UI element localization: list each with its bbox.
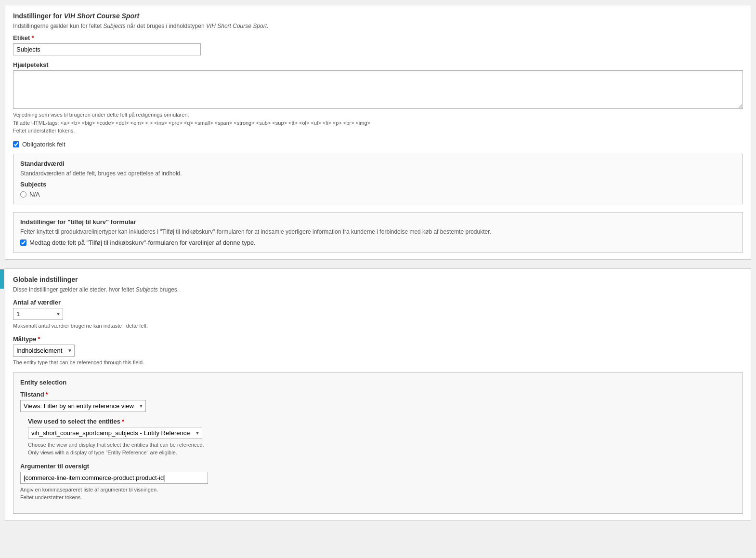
subtitle-field: Subjects bbox=[103, 23, 125, 29]
subtitle-end: . bbox=[267, 23, 268, 29]
global-settings-subtitle: Disse indstillinger gælder alle steder, … bbox=[13, 286, 743, 293]
maaltype-help: The entity type that can be referenced t… bbox=[13, 359, 743, 367]
global-settings-title: Globale indstillinger bbox=[13, 276, 743, 283]
maaltype-select[interactable]: Indholdselement bbox=[13, 345, 74, 356]
hjaelpetekst-label-text: Hjælpetekst bbox=[13, 61, 49, 68]
argumenter-group: Argumenter til oversigt Angiv en kommase… bbox=[20, 463, 736, 502]
maaltype-label: Måltype * bbox=[13, 335, 743, 343]
top-settings-title: Indstillinger for VIH Short Course Sport bbox=[13, 12, 743, 20]
tilfoj-description: Felter knyttet til produktvarelinjertype… bbox=[20, 228, 736, 235]
tilstand-select-wrapper: Views: Filter by an entity reference vie… bbox=[20, 400, 146, 412]
argumenter-label-text: Argumenter til oversigt bbox=[20, 463, 89, 470]
view-select-help: Choose the view and display that select … bbox=[28, 441, 736, 457]
na-label: N/A bbox=[29, 191, 40, 198]
entity-selection-card: Entity selection Tilstand * Views: Filte… bbox=[13, 372, 743, 514]
tilstand-select[interactable]: Views: Filter by an entity reference vie… bbox=[21, 400, 145, 412]
maaltype-label-text: Måltype bbox=[13, 335, 36, 343]
global-desc-field: Subjects bbox=[136, 286, 158, 293]
tilfoj-checkbox-label: Medtag dette felt på "Tilføj til indkøbs… bbox=[29, 239, 256, 246]
subtitle-type: VIH Short Course Sport bbox=[206, 23, 267, 29]
argumenter-help-line1: Angiv en kommasepareret liste af argumen… bbox=[20, 486, 736, 494]
title-italic: VIH Short Course Sport bbox=[64, 12, 139, 20]
tilstand-label-text: Tilstand bbox=[20, 391, 44, 398]
standardvaerdi-title: Standardværdi bbox=[20, 160, 736, 167]
etiket-label-text: Etiket bbox=[13, 34, 30, 41]
hjaelpetekst-group: Hjælpetekst Vejledning som vises til bru… bbox=[13, 61, 743, 135]
title-prefix: Indstillinger for bbox=[13, 12, 64, 20]
standardvaerdi-subjects-label: Subjects bbox=[20, 181, 736, 188]
na-radio-row: N/A bbox=[20, 191, 736, 198]
tilstand-required-star: * bbox=[46, 391, 48, 398]
etiket-input[interactable] bbox=[13, 43, 201, 55]
etiket-required-star: * bbox=[31, 34, 34, 41]
hjaelpetekst-label: Hjælpetekst bbox=[13, 61, 743, 68]
blue-side-bar bbox=[0, 269, 4, 289]
hjaelpetekst-textarea[interactable] bbox=[13, 70, 743, 109]
obligatorisk-checkbox[interactable] bbox=[13, 141, 19, 147]
tilstand-label: Tilstand * bbox=[20, 391, 736, 398]
argumenter-input[interactable] bbox=[20, 472, 208, 484]
antal-group: Antal af værdier 1 2 Ubegrænset ▼ Maksim… bbox=[13, 299, 743, 330]
hjaelpetekst-help: Vejledning som vises til brugeren under … bbox=[13, 111, 743, 135]
global-settings-card: Globale indstillinger Disse indstillinge… bbox=[5, 268, 751, 521]
top-settings-card: Indstillinger for VIH Short Course Sport… bbox=[5, 5, 751, 260]
antal-select[interactable]: 1 2 Ubegrænset bbox=[13, 308, 63, 319]
help-line3: Feltet understøtter tokens. bbox=[13, 127, 743, 135]
tilfoj-checkbox[interactable] bbox=[20, 239, 26, 246]
help-line2: Tilladte HTML-tags: <a> <b> <big> <code>… bbox=[13, 119, 743, 127]
view-select-label: View used to select the entities * bbox=[28, 418, 736, 425]
view-select-group: View used to select the entities * vih_s… bbox=[20, 418, 736, 457]
standardvaerdi-card: Standardværdi Standardværdien af dette f… bbox=[13, 154, 743, 204]
antal-label: Antal af værdier bbox=[13, 299, 743, 306]
antal-label-text: Antal af værdier bbox=[13, 299, 61, 306]
view-help-line1: Choose the view and display that select … bbox=[28, 441, 736, 449]
etiket-group: Etiket * bbox=[13, 34, 743, 55]
help-line1: Vejledning som vises til brugeren under … bbox=[13, 111, 743, 119]
global-desc-suffix: bruges. bbox=[158, 286, 179, 293]
tilstand-group: Tilstand * Views: Filter by an entity re… bbox=[20, 391, 736, 412]
subtitle-prefix: Indstillingerne gælder kun for feltet bbox=[13, 23, 103, 29]
tilfoj-checkbox-row: Medtag dette felt på "Tilføj til indkøbs… bbox=[20, 239, 736, 246]
antal-help: Maksimalt antal værdier brugerne kan ind… bbox=[13, 322, 743, 330]
maaltype-select-wrapper: Indholdselement ▼ bbox=[13, 345, 75, 357]
entity-selection-title: Entity selection bbox=[20, 379, 736, 386]
na-radio[interactable] bbox=[20, 191, 26, 198]
antal-select-wrapper: 1 2 Ubegrænset ▼ bbox=[13, 308, 63, 320]
argumenter-help: Angiv en kommasepareret liste af argumen… bbox=[20, 486, 736, 502]
argumenter-help-line2: Feltet understøtter tokens. bbox=[20, 493, 736, 502]
maaltype-group: Måltype * Indholdselement ▼ The entity t… bbox=[13, 335, 743, 367]
tilfoj-card: Indstillinger for "tilføj til kurv" form… bbox=[13, 212, 743, 252]
obligatorisk-row: Obligatorisk felt bbox=[13, 141, 743, 148]
etiket-label: Etiket * bbox=[13, 34, 743, 41]
argumenter-label: Argumenter til oversigt bbox=[20, 463, 736, 470]
maaltype-required-star: * bbox=[38, 335, 40, 343]
global-desc-prefix: Disse indstillinger gælder alle steder, … bbox=[13, 286, 136, 293]
top-settings-subtitle: Indstillingerne gælder kun for feltet Su… bbox=[13, 23, 743, 29]
view-help-line2: Only views with a display of type "Entit… bbox=[28, 449, 736, 457]
view-select[interactable]: vih_short_course_sportcamp_subjects - En… bbox=[28, 427, 202, 438]
tilfoj-title: Indstillinger for "tilføj til kurv" form… bbox=[20, 218, 736, 226]
view-select-required-star: * bbox=[122, 418, 124, 425]
obligatorisk-label: Obligatorisk felt bbox=[22, 141, 65, 148]
subtitle-suffix: når det bruges i indholdstypen bbox=[125, 23, 206, 29]
standardvaerdi-description: Standardværdien af dette felt, bruges ve… bbox=[20, 170, 736, 177]
view-select-wrapper: vih_short_course_sportcamp_subjects - En… bbox=[28, 427, 202, 439]
view-select-label-text: View used to select the entities bbox=[28, 418, 120, 425]
